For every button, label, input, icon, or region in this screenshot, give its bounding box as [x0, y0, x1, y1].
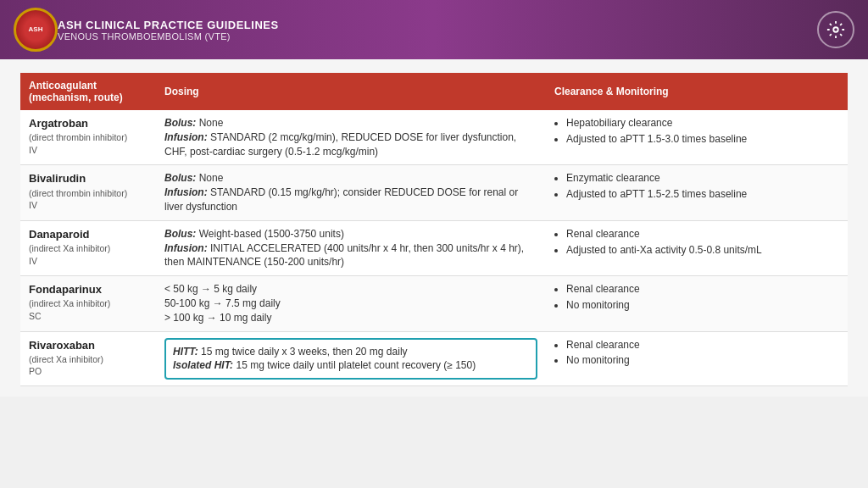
dosing-cell-argatroban: Bolus: None Infusion: STANDARD (2 mcg/kg… [156, 110, 546, 165]
table-row: Danaparoid (indirect Xa inhibitor) IV Bo… [20, 220, 848, 275]
table-header-row: Anticoagulant (mechanism, route) Dosing … [20, 73, 848, 110]
rivaroxaban-highlight-box: HITT: 15 mg twice daily x 3 weeks, then … [164, 338, 537, 380]
header: ASH ASH CLINICAL PRACTICE GUIDELINES VEN… [0, 0, 868, 59]
col-header-drug: Anticoagulant (mechanism, route) [20, 73, 156, 110]
drug-cell-argatroban: Argatroban (direct thrombin inhibitor) I… [20, 110, 156, 165]
main-content: Anticoagulant (mechanism, route) Dosing … [0, 59, 868, 396]
drug-cell-fondaparinux: Fondaparinux (indirect Xa inhibitor) SC [20, 276, 156, 331]
table-row-rivaroxaban: Rivaroxaban (direct Xa inhibitor) PO HIT… [20, 331, 848, 386]
clearance-cell-bivalirudin: Enzymatic clearance Adjusted to aPTT 1.5… [546, 165, 848, 220]
clearance-cell-fondaparinux: Renal clearance No monitoring [546, 276, 848, 331]
header-subtitle: VENOUS THROMBOEMBOLISM (VTE) [58, 31, 279, 42]
header-text: ASH CLINICAL PRACTICE GUIDELINES VENOUS … [58, 19, 279, 42]
table-row: Bivalirudin (direct thrombin inhibitor) … [20, 165, 848, 220]
dosing-cell-bivalirudin: Bolus: None Infusion: STANDARD (0.15 mg/… [156, 165, 546, 220]
drug-cell-bivalirudin: Bivalirudin (direct thrombin inhibitor) … [20, 165, 156, 220]
table-row: Argatroban (direct thrombin inhibitor) I… [20, 110, 848, 165]
clearance-cell-rivaroxaban: Renal clearance No monitoring [546, 331, 848, 386]
settings-icon[interactable] [817, 11, 854, 48]
col-header-clearance: Clearance & Monitoring [546, 73, 848, 110]
header-title: ASH CLINICAL PRACTICE GUIDELINES [58, 19, 279, 31]
clearance-cell-danaparoid: Renal clearance Adjusted to anti-Xa acti… [546, 220, 848, 275]
table-row: Fondaparinux (indirect Xa inhibitor) SC … [20, 276, 848, 331]
ash-logo: ASH [14, 8, 58, 52]
dosing-cell-fondaparinux: < 50 kg → 5 kg daily 50-100 kg → 7.5 mg … [156, 276, 546, 331]
drug-cell-rivaroxaban: Rivaroxaban (direct Xa inhibitor) PO [20, 331, 156, 386]
dosing-cell-rivaroxaban: HITT: 15 mg twice daily x 3 weeks, then … [156, 331, 546, 386]
clearance-cell-argatroban: Hepatobiliary clearance Adjusted to aPTT… [546, 110, 848, 165]
svg-point-0 [833, 27, 838, 32]
drug-cell-danaparoid: Danaparoid (indirect Xa inhibitor) IV [20, 220, 156, 275]
dosing-cell-danaparoid: Bolus: Weight-based (1500-3750 units) In… [156, 220, 546, 275]
anticoagulant-table: Anticoagulant (mechanism, route) Dosing … [20, 73, 848, 386]
col-header-dosing: Dosing [156, 73, 546, 110]
